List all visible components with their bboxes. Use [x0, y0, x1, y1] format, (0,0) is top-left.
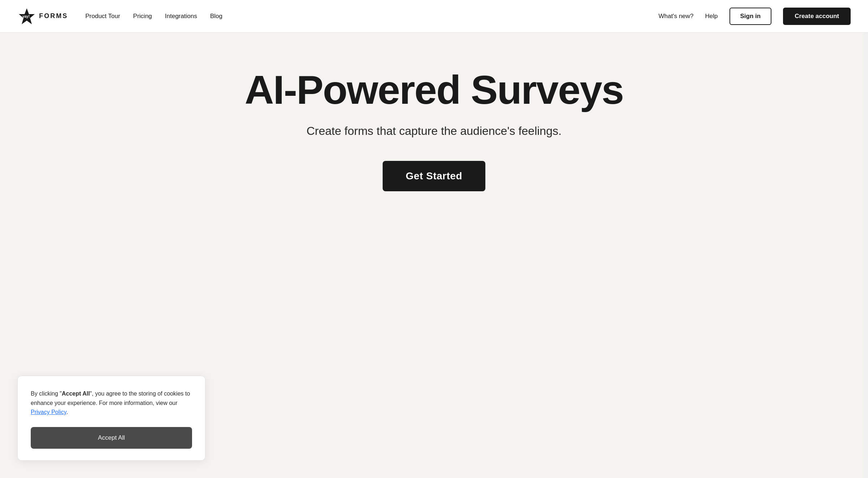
privacy-policy-link[interactable]: Privacy Policy [31, 409, 66, 415]
nav-help[interactable]: Help [705, 13, 718, 20]
nav-link-pricing[interactable]: Pricing [133, 13, 152, 20]
accept-all-button[interactable]: Accept All [31, 427, 192, 449]
nav-right: What's new? Help Sign in Create account [659, 8, 851, 25]
sign-in-button[interactable]: Sign in [729, 8, 772, 25]
logo[interactable]: yay! FORMS [17, 7, 68, 26]
hero-subtitle: Create forms that capture the audience's… [306, 124, 561, 138]
hero-section: AI-Powered Surveys Create forms that cap… [0, 33, 868, 220]
nav-link-integrations[interactable]: Integrations [165, 13, 197, 20]
nav-right-links: What's new? Help [659, 13, 718, 20]
navbar: yay! FORMS Product Tour Pricing Integrat… [0, 0, 868, 33]
cookie-banner: By clicking "Accept All", you agree to t… [17, 376, 205, 461]
nav-link-blog[interactable]: Blog [210, 13, 222, 20]
logo-icon: yay! [17, 7, 36, 26]
logo-text: FORMS [39, 12, 68, 20]
scrollbar[interactable] [864, 0, 868, 478]
nav-whats-new[interactable]: What's new? [659, 13, 694, 20]
create-account-button[interactable]: Create account [783, 8, 851, 25]
nav-links: Product Tour Pricing Integrations Blog [85, 13, 659, 20]
get-started-button[interactable]: Get Started [383, 161, 485, 191]
nav-link-product-tour[interactable]: Product Tour [85, 13, 120, 20]
hero-title: AI-Powered Surveys [244, 69, 623, 111]
svg-text:yay!: yay! [22, 14, 30, 18]
cookie-bold: Accept All [62, 390, 90, 397]
cookie-text: By clicking "Accept All", you agree to t… [31, 389, 192, 417]
